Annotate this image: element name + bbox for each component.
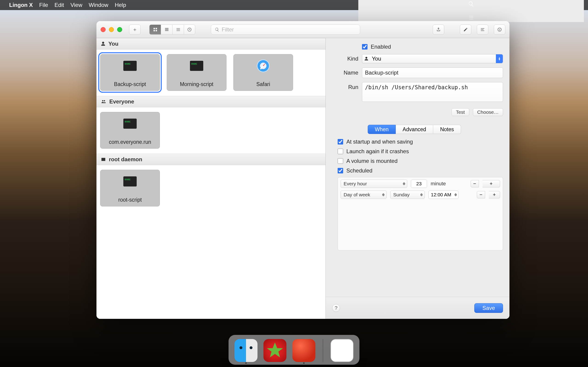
svg-rect-7 (176, 28, 180, 29)
choose-button[interactable]: Choose… (473, 108, 503, 116)
menu-file[interactable]: File (39, 2, 48, 8)
app-menu[interactable]: Lingon X (9, 2, 33, 8)
run-field[interactable]: /bin/sh /Users/Shared/backup.sh (362, 82, 503, 102)
minute-field[interactable] (411, 180, 427, 188)
job-card-label: com.everyone.run (109, 139, 151, 145)
schedule-box: Every hour minute − + Day of week Sunday… (338, 177, 503, 250)
job-card-label: Backup-script (114, 81, 146, 87)
time-field[interactable]: 12:00 AM (428, 191, 458, 199)
add-button[interactable]: ＋ (129, 25, 141, 35)
svg-rect-6 (165, 30, 168, 31)
exec-icon (190, 61, 203, 71)
svg-rect-0 (153, 28, 155, 29)
kind-label: Kind (326, 56, 362, 62)
titlebar: ＋ (96, 21, 510, 38)
exec-icon (123, 61, 137, 71)
svg-rect-1 (156, 28, 157, 29)
svg-rect-3 (156, 30, 157, 31)
job-card-backup-script[interactable]: Backup-script (100, 54, 160, 91)
section-label: Everyone (109, 98, 134, 105)
section-you: You (96, 38, 326, 50)
format-button[interactable] (477, 25, 488, 35)
dock-app-2[interactable] (263, 339, 286, 362)
detail-panel: Enabled Kind You ▴▾ (326, 38, 510, 319)
startup-label: At startup and when saving (346, 139, 413, 145)
info-button[interactable] (494, 25, 505, 35)
view-list-button[interactable] (172, 25, 184, 35)
spotlight-icon[interactable] (468, 1, 474, 8)
svg-rect-4 (165, 28, 168, 29)
svg-rect-5 (165, 29, 168, 30)
remove-row-button[interactable]: − (471, 180, 479, 187)
scheduled-label: Scheduled (346, 167, 372, 174)
filter-field[interactable] (211, 25, 360, 35)
svg-rect-13 (481, 31, 484, 31)
startup-checkbox[interactable] (338, 139, 343, 144)
close-window-button[interactable] (101, 27, 106, 32)
exec-icon (123, 176, 137, 186)
remove-row-button[interactable]: − (477, 191, 485, 198)
relaunch-checkbox[interactable] (338, 149, 343, 154)
job-card-morning-script[interactable]: Morning-script (167, 54, 226, 91)
kind-value: You (371, 56, 496, 62)
job-card-label: Safari (256, 81, 270, 87)
dock-trash[interactable] (330, 339, 354, 362)
relaunch-label: Launch again if it crashes (346, 148, 409, 155)
save-button[interactable]: Save (474, 303, 503, 313)
enabled-checkbox[interactable] (362, 44, 367, 50)
menu-window[interactable]: Window (89, 2, 108, 8)
filter-input[interactable] (222, 26, 356, 33)
menu-help[interactable]: Help (115, 2, 126, 8)
enabled-label: Enabled (371, 44, 391, 50)
footer: ? Save (326, 297, 510, 319)
volume-label: A volume is mounted (346, 158, 398, 164)
svg-rect-2 (153, 30, 155, 31)
section-label: root daemon (109, 156, 142, 163)
day-select[interactable]: Sunday (390, 191, 425, 199)
minimize-window-button[interactable] (109, 27, 114, 32)
section-root: root daemon (96, 154, 326, 165)
dock (229, 335, 359, 365)
volume-checkbox[interactable] (338, 158, 343, 164)
svg-rect-9 (176, 31, 180, 31)
dock-finder[interactable] (234, 339, 258, 362)
view-compact-button[interactable] (161, 25, 172, 35)
menubar: Lingon X File Edit View Window Help Pete… (0, 0, 588, 10)
add-row-button[interactable]: + (483, 180, 500, 187)
share-button[interactable] (433, 25, 444, 35)
safari-icon (257, 59, 270, 72)
svg-rect-15 (102, 158, 105, 161)
svg-rect-12 (481, 29, 484, 30)
test-button[interactable]: Test (451, 108, 469, 116)
edit-button[interactable] (460, 25, 471, 35)
name-field[interactable] (362, 67, 503, 78)
svg-rect-16 (102, 161, 105, 161)
exec-icon (123, 119, 137, 129)
job-card-safari[interactable]: Safari (233, 54, 293, 91)
zoom-window-button[interactable] (117, 27, 122, 32)
job-card-everyone[interactable]: com.everyone.run (100, 112, 160, 149)
user-icon (362, 56, 371, 61)
tab-advanced[interactable]: Advanced (396, 125, 433, 134)
name-label: Name (326, 69, 362, 76)
add-row-button[interactable]: + (489, 191, 500, 198)
tabs: When Advanced Notes (326, 125, 503, 134)
scheduled-checkbox[interactable] (338, 168, 343, 173)
svg-rect-11 (481, 28, 484, 29)
menu-view[interactable]: View (70, 2, 82, 8)
menu-edit[interactable]: Edit (54, 2, 64, 8)
help-button[interactable]: ? (332, 304, 340, 312)
dock-separator (323, 339, 323, 362)
tab-when[interactable]: When (368, 125, 396, 134)
scope-select[interactable]: Day of week (341, 191, 387, 199)
view-schedule-button[interactable] (184, 25, 195, 35)
kind-select[interactable]: You ▴▾ (362, 54, 503, 63)
dock-app-3[interactable] (292, 339, 315, 362)
job-card-label: root-script (118, 197, 142, 203)
job-card-root-script[interactable]: root-script (100, 170, 160, 206)
svg-rect-8 (176, 29, 180, 30)
tab-notes[interactable]: Notes (433, 125, 461, 134)
interval-select[interactable]: Every hour (341, 180, 407, 188)
svg-marker-17 (267, 342, 283, 357)
view-grid-button[interactable] (149, 25, 161, 35)
